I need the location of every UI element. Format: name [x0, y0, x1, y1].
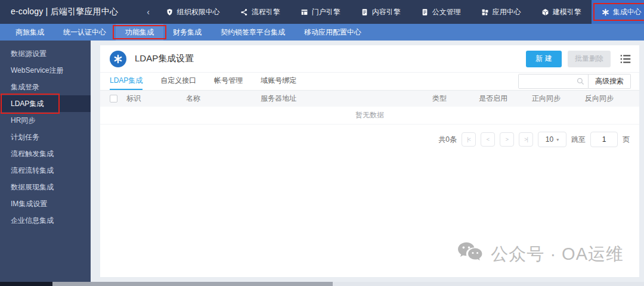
document-icon	[421, 8, 429, 16]
asterisk-icon	[602, 8, 609, 16]
sidebar-item-hr-sync[interactable]: HR同步	[0, 112, 91, 129]
sidebar-item-sso-login[interactable]: 集成登录	[0, 79, 91, 95]
sidebar: 数据源设置 WebService注册 集成登录 LDAP集成 HR同步 计划任务…	[0, 41, 91, 282]
page-title: LDAP集成设置	[135, 53, 194, 64]
table-header: 标识 名称 服务器地址 类型 是否启用 正向同步 反向同步	[100, 91, 639, 107]
sidebar-item-webservice[interactable]: WebService注册	[0, 62, 91, 79]
wechat-icon	[456, 241, 484, 268]
sidebar-item-label: LDAP集成	[11, 100, 44, 108]
subnav-label: 移动应用配置中心	[304, 27, 361, 38]
workflow-icon	[240, 8, 248, 16]
sidebar-item-workflow-flow[interactable]: 流程流转集成	[0, 162, 91, 179]
watermark-text: 公众号 · OA运维	[491, 243, 624, 266]
sidebar-item-ldap[interactable]: LDAP集成	[0, 95, 91, 112]
top-nav: 组织权限中心 流程引擎 门户引擎 内容引擎 公文管理 应用中心 建模引擎 集成	[156, 0, 644, 24]
new-button[interactable]: 新 建	[526, 51, 562, 67]
sidebar-item-datasource[interactable]: 数据源设置	[0, 45, 91, 62]
subnav-label: 契约锁签章平台集成	[221, 27, 285, 38]
main-area: LDAP集成设置 新 建 批量删除 LDAP集成 自定义接口 帐号管理 域账号绑…	[91, 41, 644, 282]
jump-label: 跳至	[571, 135, 586, 145]
column-header-enabled: 是否启用	[466, 94, 520, 104]
search-icon	[577, 77, 584, 85]
topnav-label: 组织权限中心	[177, 7, 220, 17]
pagination: 共0条 |< < > >| 10 ▾ 跳至 页	[100, 125, 639, 147]
topnav-item-workflow[interactable]: 流程引擎	[230, 0, 290, 24]
topnav-item-app-center[interactable]: 应用中心	[471, 0, 531, 24]
tabs-row: LDAP集成 自定义接口 帐号管理 域账号绑定 高级搜索	[100, 73, 639, 91]
tab-account-management[interactable]: 帐号管理	[214, 73, 243, 90]
card-header: LDAP集成设置 新 建 批量删除	[100, 45, 639, 73]
topnav-item-org-auth[interactable]: 组织权限中心	[156, 0, 230, 24]
chevron-down-icon: ▾	[556, 137, 559, 142]
subnav-label: 统一认证中心	[63, 27, 106, 38]
horizontal-scrollbar	[0, 282, 644, 286]
column-header-id: 标识	[126, 94, 186, 104]
topnav-label: 门户引擎	[312, 7, 340, 17]
subnav-item-function-integration[interactable]: 功能集成	[116, 24, 163, 41]
batch-delete-button[interactable]: 批量删除	[568, 51, 611, 67]
search-area: 高级搜索	[518, 73, 631, 90]
advanced-search-button[interactable]: 高级搜索	[589, 74, 631, 89]
search-input[interactable]	[519, 74, 577, 88]
select-all-checkbox[interactable]	[110, 95, 117, 102]
column-header-server-address: 服务器地址	[261, 94, 413, 104]
next-page-button[interactable]: >	[500, 132, 514, 147]
page-size-select[interactable]: 10 ▾	[538, 132, 566, 147]
topnav-label: 建模引擎	[553, 7, 581, 17]
sidebar-item-enterprise-info[interactable]: 企业信息集成	[0, 212, 91, 229]
tab-ldap-integration[interactable]: LDAP集成	[110, 73, 143, 90]
topnav-label: 集成中心	[613, 7, 642, 17]
document-icon	[361, 8, 369, 16]
integration-asterisk-icon	[110, 51, 126, 67]
subnav-label: 商旅集成	[16, 27, 44, 38]
content-card: LDAP集成设置 新 建 批量删除 LDAP集成 自定义接口 帐号管理 域账号绑…	[100, 45, 639, 277]
subnav-item-finance[interactable]: 财务集成	[163, 24, 211, 41]
scrollbar-corner	[0, 282, 52, 286]
pagination-total: 共0条	[438, 135, 457, 145]
sidebar-item-scheduled-tasks[interactable]: 计划任务	[0, 129, 91, 145]
sidebar-item-data-display[interactable]: 数据展现集成	[0, 179, 91, 195]
sub-nav: 商旅集成 统一认证中心 功能集成 财务集成 契约锁签章平台集成 移动应用配置中心	[0, 24, 644, 41]
scrollbar-thumb[interactable]	[52, 282, 333, 286]
prev-page-button[interactable]: <	[481, 132, 495, 147]
subnav-label: 功能集成	[125, 27, 154, 38]
jump-page-input[interactable]	[590, 132, 618, 147]
sidebar-item-workflow-trigger[interactable]: 流程触发集成	[0, 145, 91, 162]
nav-collapse-icon[interactable]: ‹	[141, 7, 156, 17]
page-size-value: 10	[546, 135, 553, 144]
topnav-label: 应用中心	[493, 7, 521, 17]
column-header-reverse-sync: 反向同步	[572, 94, 626, 104]
first-page-button[interactable]: |<	[462, 132, 476, 147]
app-logo: e-cology | 后端引擎应用中心	[11, 7, 118, 17]
page-body: 数据源设置 WebService注册 集成登录 LDAP集成 HR同步 计划任务…	[0, 41, 644, 282]
cube-icon	[541, 8, 549, 16]
column-header-forward-sync: 正向同步	[520, 94, 572, 104]
topnav-item-integration-center[interactable]: 集成中心	[592, 0, 644, 24]
topnav-label: 流程引擎	[252, 7, 280, 17]
grid-icon	[481, 8, 489, 16]
column-header-name: 名称	[186, 94, 261, 104]
subnav-item-esign[interactable]: 契约锁签章平台集成	[211, 24, 295, 41]
column-header-type: 类型	[413, 94, 466, 104]
subnav-item-auth-center[interactable]: 统一认证中心	[54, 24, 116, 41]
tab-custom-interface[interactable]: 自定义接口	[160, 73, 196, 90]
topnav-label: 内容引擎	[372, 7, 401, 17]
page-unit-label: 页	[623, 135, 630, 145]
topnav-item-official-doc[interactable]: 公文管理	[411, 0, 471, 24]
subnav-label: 财务集成	[173, 27, 202, 38]
shield-icon	[166, 8, 174, 16]
portal-icon	[301, 8, 308, 16]
topnav-item-modeling[interactable]: 建模引擎	[531, 0, 592, 24]
search-box	[518, 74, 589, 89]
subnav-item-mobile-config[interactable]: 移动应用配置中心	[295, 24, 371, 41]
topnav-item-content[interactable]: 内容引擎	[351, 0, 411, 24]
topnav-item-portal[interactable]: 门户引擎	[290, 0, 351, 24]
tab-domain-account-binding[interactable]: 域账号绑定	[261, 73, 296, 90]
subnav-item-travel[interactable]: 商旅集成	[6, 24, 54, 41]
last-page-button[interactable]: >|	[519, 132, 533, 147]
sidebar-item-im-settings[interactable]: IM集成设置	[0, 195, 91, 212]
table-empty-state: 暂无数据	[100, 107, 639, 125]
list-view-icon[interactable]	[620, 54, 631, 64]
watermark: 公众号 · OA运维	[456, 241, 624, 268]
top-bar: e-cology | 后端引擎应用中心 ‹ 组织权限中心 流程引擎 门户引擎 内…	[0, 0, 644, 24]
